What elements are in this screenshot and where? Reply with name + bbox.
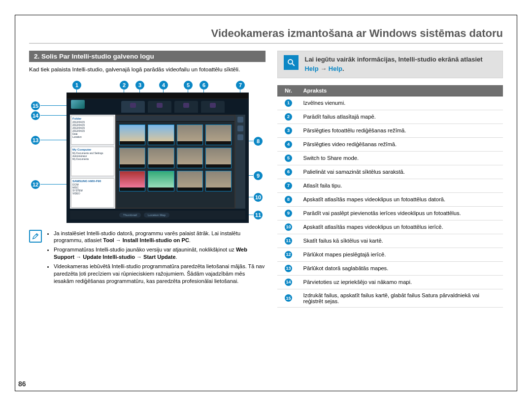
note-item: Ja instalēsiet Intelli-studio datorā, pr… bbox=[54, 230, 266, 245]
lead bbox=[40, 115, 67, 116]
row-num: 11 bbox=[285, 237, 292, 245]
thumb bbox=[177, 171, 203, 191]
help-link: Help bbox=[329, 65, 342, 72]
help-link: Help bbox=[304, 65, 318, 72]
row-desc: Atlasīt faila tipu. bbox=[299, 179, 503, 192]
thumb bbox=[119, 171, 145, 191]
row-desc: Pārlūkot mapes pieslēgtajā ierīcē. bbox=[299, 248, 503, 261]
footer-pill-map: Location Map bbox=[144, 213, 169, 218]
sidebar-right-icon bbox=[237, 125, 243, 131]
callout-6: 6 bbox=[200, 81, 208, 90]
note-text: . bbox=[176, 254, 177, 260]
row-desc: Parādīt vai paslēpt pievienotās ierīces … bbox=[299, 206, 503, 220]
note-text: . bbox=[189, 237, 191, 243]
row-num: 14 bbox=[285, 279, 292, 286]
info-text: Lai iegūtu vairāk informācijas, Intelli-… bbox=[304, 55, 497, 74]
table-row: 12Pārlūkot mapes pieslēgtajā ierīcē. bbox=[277, 248, 503, 261]
row-desc: Pārvietoties uz iepriekšējo vai nākamo m… bbox=[299, 275, 503, 289]
table-body: 1Izvēlnes vienumi. 2Parādīt failus atlas… bbox=[277, 96, 503, 307]
tree-line: My Documents bbox=[72, 157, 113, 160]
folder-panel: Folder 2012/04/15 2012/04/15 2012/04/15 … bbox=[71, 116, 114, 145]
app-body: Folder 2012/04/15 2012/04/15 2012/04/15 … bbox=[70, 115, 245, 209]
note-item: Videokameras iebūvētā Intelli-studio pro… bbox=[54, 263, 266, 285]
callout-15: 15 bbox=[31, 101, 40, 110]
content-columns: 2. Solis Par Intelli-studio galveno logu… bbox=[29, 51, 503, 381]
callout-5: 5 bbox=[184, 81, 193, 90]
note-icon bbox=[29, 230, 42, 243]
table-row: 14Pārvietoties uz iepriekšējo vai nākamo… bbox=[277, 275, 503, 289]
table-row: 2Parādīt failus atlasītajā mapē. bbox=[277, 110, 503, 124]
page-number: 86 bbox=[18, 380, 26, 388]
table-row: 1Izvēlnes vienumi. bbox=[277, 96, 503, 110]
thumbs-toolbar bbox=[116, 116, 234, 122]
app-sidebar-right bbox=[235, 115, 245, 209]
info-bar: Lai iegūtu vairāk informācijas, Intelli-… bbox=[277, 51, 503, 78]
arrow-icon: → bbox=[319, 65, 329, 72]
row-num: 5 bbox=[285, 155, 292, 162]
row-num: 4 bbox=[285, 141, 292, 148]
table-row: 9Parādīt vai paslēpt pievienotās ierīces… bbox=[277, 206, 503, 220]
app-menubar bbox=[67, 93, 248, 99]
panel-title: Folder bbox=[72, 117, 113, 120]
tree-line: Location bbox=[72, 135, 113, 138]
table-row: 10Apskatīt atlasītās mapes videoklipus u… bbox=[277, 220, 503, 234]
computer-panel: My Computer My Documents and Settings Ad… bbox=[71, 147, 114, 176]
lead bbox=[40, 184, 67, 185]
row-desc: Pārslēgties video rediģēšanas režīmā. bbox=[299, 137, 503, 151]
row-num: 1 bbox=[285, 99, 292, 107]
table-row: 4Pārslēgties video rediģēšanas režīmā. bbox=[277, 137, 503, 151]
magnifier-icon bbox=[284, 55, 299, 70]
row-num: 9 bbox=[285, 210, 292, 217]
row-desc: Izdrukāt failus, apskatīt failus kartē, … bbox=[299, 289, 503, 307]
lead bbox=[40, 140, 67, 140]
note-box: Ja instalēsiet Intelli-studio datorā, pr… bbox=[29, 230, 266, 287]
row-desc: Pārslēgties fotoattēlu rediģēšanas režīm… bbox=[299, 124, 503, 137]
app-diagram: 1 2 3 4 5 6 7 15 14 13 12 bbox=[42, 83, 249, 223]
thumb bbox=[205, 171, 232, 191]
thumbnail-area bbox=[116, 116, 234, 208]
device-panel: SAMSUNG HMX-F90 DCIM MISC SYSTEM VIDEO bbox=[71, 178, 114, 208]
app-tab-library bbox=[121, 101, 145, 113]
thumbs-grid bbox=[116, 122, 234, 208]
app-window: Folder 2012/04/15 2012/04/15 2012/04/15 … bbox=[66, 93, 249, 223]
note-text: Videokameras iebūvētā Intelli-studio pro… bbox=[54, 263, 265, 284]
table-row: 6Palielināt vai samazināt sīktēlus sarak… bbox=[277, 165, 503, 179]
table-row: 8Apskatīt atlasītās mapes videoklipus un… bbox=[277, 192, 503, 206]
row-num: 6 bbox=[285, 168, 292, 176]
callout-7: 7 bbox=[236, 81, 245, 90]
app-tab-photo-edit bbox=[148, 101, 171, 113]
table-row: 5Switch to Share mode. bbox=[277, 151, 503, 165]
description-table: Nr. Apraksts 1Izvēlnes vienumi. 2Parādīt… bbox=[277, 85, 503, 308]
callout-9: 9 bbox=[254, 171, 263, 180]
row-num: 15 bbox=[285, 294, 292, 302]
svg-line-1 bbox=[293, 63, 295, 66]
app-tab-movie-edit bbox=[174, 101, 198, 113]
app-footer: Thumbnail Location Map bbox=[70, 211, 245, 219]
sidebar-right-icon bbox=[237, 134, 243, 140]
thumb bbox=[177, 125, 203, 145]
table-row: 3Pārslēgties fotoattēlu rediģēšanas režī… bbox=[277, 124, 503, 137]
info-text-part: Lai iegūtu vairāk informācijas, Intelli-… bbox=[304, 56, 482, 63]
thumb bbox=[177, 148, 203, 168]
table-row: 13Pārlūkot datorā saglabātās mapes. bbox=[277, 261, 503, 275]
row-num: 12 bbox=[285, 251, 292, 258]
callout-1: 1 bbox=[72, 81, 81, 90]
lead bbox=[40, 105, 67, 106]
row-num: 3 bbox=[285, 127, 292, 134]
thumb bbox=[148, 148, 174, 168]
left-column: 2. Solis Par Intelli-studio galveno logu… bbox=[29, 51, 266, 381]
thumb bbox=[148, 171, 174, 191]
note-bold: Tool → Install Intelli-studio on PC bbox=[103, 237, 189, 243]
svg-point-0 bbox=[288, 60, 293, 64]
col-desc: Apraksts bbox=[299, 85, 503, 96]
table-row: 11Skatīt failus kā sīktēlus vai kartē. bbox=[277, 234, 503, 248]
thumb bbox=[119, 125, 145, 145]
callout-14: 14 bbox=[31, 111, 40, 120]
info-text-part: . bbox=[342, 65, 344, 72]
callout-8: 8 bbox=[254, 137, 263, 146]
col-nr: Nr. bbox=[277, 85, 299, 96]
row-num: 13 bbox=[285, 265, 292, 272]
step-heading: 2. Solis Par Intelli-studio galveno logu bbox=[29, 51, 266, 62]
app-logo bbox=[71, 100, 85, 109]
callout-12: 12 bbox=[31, 180, 40, 189]
